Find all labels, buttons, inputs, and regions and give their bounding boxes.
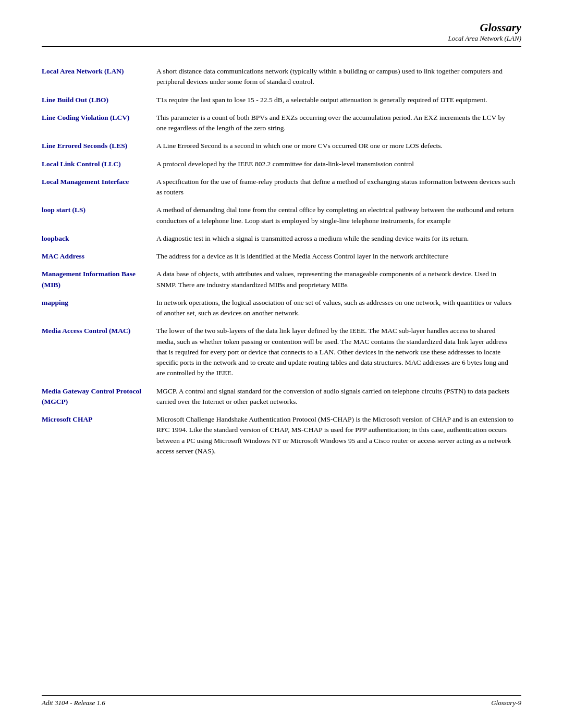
glossary-definition: A specification for the use of frame-rel…: [156, 173, 521, 202]
glossary-entry: Local Management InterfaceA specificatio…: [42, 173, 521, 202]
term-text: Media Access Control (MAC): [42, 327, 130, 335]
glossary-entry: Media Access Control (MAC)The lower of t…: [42, 322, 521, 382]
glossary-term: Local Link Control (LLC): [42, 155, 156, 173]
term-text: Line Errored Seconds (LES): [42, 142, 127, 150]
glossary-entry: Line Errored Seconds (LES)A Line Errored…: [42, 137, 521, 155]
glossary-term: Line Errored Seconds (LES): [42, 137, 156, 155]
glossary-definition: A diagnostic test in which a signal is t…: [156, 230, 521, 248]
glossary-entry: loopbackA diagnostic test in which a sig…: [42, 230, 521, 248]
glossary-definition: In network operations, the logical assoc…: [156, 294, 521, 323]
glossary-definition: T1s require the last span to lose 15 - 2…: [156, 91, 521, 109]
page-footer: Adit 3104 - Release 1.6 Glossary-9: [42, 695, 521, 707]
term-text: MAC Address: [42, 252, 84, 260]
glossary-term: Media Gateway Control Protocol (MGCP): [42, 382, 156, 411]
glossary-subtitle: Local Area Network (LAN): [42, 34, 521, 43]
glossary-title: Glossary: [42, 21, 521, 34]
glossary-definition: The address for a device as it is identi…: [156, 248, 521, 265]
footer-right: Glossary-9: [491, 699, 521, 707]
glossary-term: Media Access Control (MAC): [42, 322, 156, 382]
glossary-definition: MGCP. A control and signal standard for …: [156, 382, 521, 411]
term-text: Microsoft CHAP: [42, 415, 93, 423]
term-text: Line Build Out (LBO): [42, 96, 108, 104]
term-text: mapping: [42, 299, 68, 306]
glossary-definition: A data base of objects, with attributes …: [156, 265, 521, 294]
glossary-table: Local Area Network (LAN)A short distance…: [42, 63, 521, 460]
glossary-definition: A Line Errored Second is a second in whi…: [156, 137, 521, 155]
footer-left: Adit 3104 - Release 1.6: [42, 699, 105, 707]
glossary-definition: The lower of the two sub-layers of the d…: [156, 322, 521, 382]
page: Glossary Local Area Network (LAN) Local …: [0, 0, 563, 728]
glossary-term: mapping: [42, 294, 156, 323]
term-text: loopback: [42, 235, 69, 242]
glossary-term: loopback: [42, 230, 156, 248]
term-text: Line Coding Violation (LCV): [42, 114, 129, 121]
glossary-definition: This parameter is a count of both BPVs a…: [156, 109, 521, 138]
glossary-entry: Management Information Base (MIB)A data …: [42, 265, 521, 294]
glossary-entry: Microsoft CHAPMicrosoft Challenge Handsh…: [42, 411, 521, 460]
glossary-entry: mappingIn network operations, the logica…: [42, 294, 521, 323]
term-text: Local Link Control (LLC): [42, 160, 121, 168]
glossary-entry: Line Build Out (LBO)T1s require the last…: [42, 91, 521, 109]
glossary-term: Management Information Base (MIB): [42, 265, 156, 294]
glossary-term: MAC Address: [42, 248, 156, 265]
glossary-entry: Media Gateway Control Protocol (MGCP)MGC…: [42, 382, 521, 411]
term-text: Local Management Interface: [42, 178, 129, 186]
page-header: Glossary Local Area Network (LAN): [42, 21, 521, 47]
glossary-term: Local Area Network (LAN): [42, 63, 156, 91]
glossary-term: loop start (LS): [42, 201, 156, 230]
glossary-term: Local Management Interface: [42, 173, 156, 202]
glossary-entry: Local Area Network (LAN)A short distance…: [42, 63, 521, 91]
glossary-term: Line Coding Violation (LCV): [42, 109, 156, 138]
term-text: loop start (LS): [42, 206, 85, 214]
glossary-term: Microsoft CHAP: [42, 411, 156, 460]
term-text: Local Area Network (LAN): [42, 67, 124, 75]
glossary-entry: Local Link Control (LLC)A protocol devel…: [42, 155, 521, 173]
term-text: Media Gateway Control Protocol (MGCP): [42, 387, 141, 405]
glossary-definition: A short distance data communications net…: [156, 63, 521, 91]
glossary-term: Line Build Out (LBO): [42, 91, 156, 109]
glossary-entry: Line Coding Violation (LCV)This paramete…: [42, 109, 521, 138]
glossary-definition: A method of demanding dial tone from the…: [156, 201, 521, 230]
glossary-entry: MAC AddressThe address for a device as i…: [42, 248, 521, 265]
glossary-entry: loop start (LS)A method of demanding dia…: [42, 201, 521, 230]
glossary-definition: A protocol developed by the IEEE 802.2 c…: [156, 155, 521, 173]
glossary-definition: Microsoft Challenge Handshake Authentica…: [156, 411, 521, 460]
term-text: Management Information Base (MIB): [42, 270, 136, 288]
